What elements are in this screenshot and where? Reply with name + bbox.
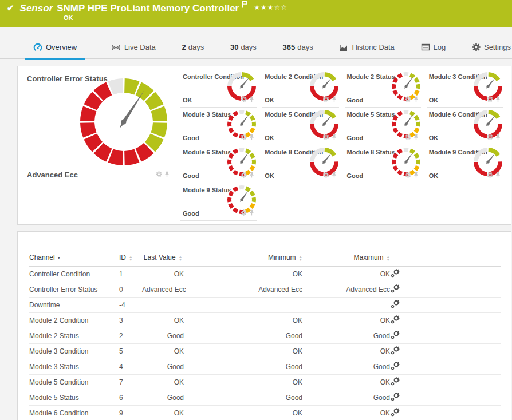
channel-name-link[interactable]: Module 3 Condition [29, 343, 119, 359]
channel-name-link[interactable]: Controller Error Status [29, 282, 119, 297]
sensor-status-text: OK [64, 14, 506, 21]
gauge-pin-icon[interactable] [413, 132, 419, 142]
column-header-id[interactable]: ID▲▼ [119, 249, 142, 266]
channel-name-link[interactable]: Module 3 Status [29, 359, 119, 374]
channel-settings-icon[interactable] [390, 379, 400, 387]
tab-30-days[interactable]: 30days [230, 36, 257, 59]
gauge-value: Good [347, 172, 364, 179]
star-icon[interactable]: ★ [254, 3, 261, 11]
gauge-settings-gear-icon[interactable] [487, 94, 493, 105]
gauge-settings-gear-icon[interactable] [405, 94, 411, 105]
tab-2-days[interactable]: 2days [182, 36, 204, 59]
maximum-value [302, 297, 390, 312]
priority-stars[interactable]: ★★★☆☆ [254, 3, 287, 11]
gauge-pin-icon[interactable] [249, 94, 255, 105]
gauge-pin-icon[interactable] [249, 208, 255, 218]
maximum-value: OK [302, 266, 390, 282]
table-row-module-2-status: Module 2 Status2GoodGoodGood [29, 328, 501, 343]
live-data-icon [111, 43, 121, 52]
gauge-pin-icon[interactable] [495, 132, 501, 142]
star-icon[interactable]: ☆ [274, 3, 281, 11]
channel-name-link[interactable]: Module 2 Condition [29, 312, 119, 328]
channel-settings-icon[interactable] [390, 318, 400, 326]
channel-name-link[interactable]: Module 5 Condition [29, 374, 119, 390]
channel-name-link[interactable]: Controller Condition [29, 266, 119, 282]
gauge-pin-icon[interactable] [413, 94, 419, 105]
gauge-cell-module-6-status[interactable]: Module 6 StatusGood [178, 145, 260, 183]
tab-log[interactable]: Log [421, 36, 446, 59]
channel-id: 5 [119, 343, 142, 359]
channel-settings-icon[interactable] [390, 410, 400, 418]
gauge-settings-gear-icon[interactable] [241, 94, 247, 105]
gauge-settings-gear-icon[interactable] [405, 170, 411, 180]
gauge-pin-icon[interactable] [249, 132, 255, 142]
gauge-pin-icon[interactable] [164, 169, 170, 180]
gauge-settings-gear-icon[interactable] [487, 132, 493, 142]
tab-live-data[interactable]: Live Data [111, 36, 156, 59]
tab-historic-data[interactable]: Historic Data [339, 36, 394, 59]
gauge-pin-icon[interactable] [331, 132, 337, 142]
column-header-last-value[interactable]: Last Value▲▼ [142, 249, 184, 266]
channel-settings-icon[interactable] [390, 333, 400, 341]
tab-bar: OverviewLive Data2days30days365daysHisto… [0, 36, 512, 59]
channel-name-link[interactable]: Module 5 Status [29, 390, 119, 405]
gauge-cell-module-5-condition[interactable]: Module 5 ConditionOK [260, 108, 342, 145]
gauge-pin-icon[interactable] [249, 170, 255, 180]
channel-settings-icon[interactable] [390, 395, 400, 403]
gauge-cell-module-8-condition[interactable]: Module 8 ConditionOK [260, 145, 342, 183]
channel-settings-icon[interactable] [390, 364, 400, 372]
gauge-value: Good [183, 210, 199, 217]
channel-name-link[interactable]: Downtime [29, 297, 119, 312]
gauge-cell-module-2-status[interactable]: Module 2 StatusGood [342, 70, 424, 108]
gauge-cell-module-3-status[interactable]: Module 3 StatusGood [178, 108, 260, 145]
gauge-cell-controller-error-status[interactable]: Controller Error Status Advanced Ecc [22, 70, 178, 183]
channel-settings-icon[interactable] [390, 287, 400, 295]
column-header-minimum[interactable]: Minimum▲▼ [184, 249, 302, 266]
gauge-settings-gear-icon[interactable] [323, 132, 329, 142]
tab-settings[interactable]: Settings [472, 36, 511, 59]
gauge-cell-module-3-condition[interactable]: Module 3 ConditionOK [424, 70, 506, 108]
gauge-settings-gear-icon[interactable] [241, 132, 247, 142]
gauge-settings-gear-icon[interactable] [156, 169, 162, 180]
table-row-module-5-status: Module 5 Status6GoodGoodGood [29, 390, 501, 405]
star-icon[interactable]: ★ [261, 3, 267, 11]
channel-settings-icon[interactable] [390, 302, 400, 310]
gauge-pin-icon[interactable] [495, 94, 501, 105]
sort-icon: ▲▼ [129, 255, 132, 261]
gauge-settings-gear-icon[interactable] [323, 94, 329, 105]
gauge-settings-gear-icon[interactable] [405, 132, 411, 142]
gauge-title: Module 9 Status [183, 187, 231, 193]
channel-name-link[interactable]: Module 2 Status [29, 328, 119, 343]
log-icon [421, 43, 430, 51]
star-icon[interactable]: ★ [267, 3, 274, 11]
channel-settings-icon[interactable] [390, 271, 400, 279]
gauge-cell-module-5-status[interactable]: Module 5 StatusGood [342, 108, 424, 145]
tab-overview[interactable]: Overview [25, 36, 85, 59]
priority-flag-icon[interactable] [242, 0, 248, 10]
gauge-settings-gear-icon[interactable] [323, 170, 329, 180]
gauge-pin-icon[interactable] [331, 94, 337, 105]
gauge-cell-controller-condition[interactable]: Controller ConditionOK [178, 70, 260, 108]
tab-365-days[interactable]: 365days [283, 36, 313, 59]
gauge-pin-icon[interactable] [413, 170, 419, 180]
gauge-settings-gear-icon[interactable] [241, 170, 247, 180]
gauge-cell-module-2-condition[interactable]: Module 2 ConditionOK [260, 70, 342, 108]
gauge-cell-module-6-condition[interactable]: Module 6 ConditionOK [424, 108, 506, 145]
channel-id: 0 [119, 282, 142, 297]
gauge-settings-gear-icon[interactable] [241, 208, 247, 218]
gauge-cell-module-8-status[interactable]: Module 8 StatusGood [342, 145, 424, 183]
column-header-channel[interactable]: Channel▾ [29, 249, 119, 266]
channel-name-link[interactable]: Module 6 Condition [29, 405, 119, 420]
gauge-pin-icon[interactable] [331, 170, 337, 180]
minimum-value: Good [184, 390, 302, 405]
gauge-settings-gear-icon[interactable] [487, 170, 493, 180]
column-header-maximum[interactable]: Maximum▲▼ [302, 249, 390, 266]
channel-settings-icon[interactable] [390, 348, 400, 356]
channel-id: 4 [119, 359, 142, 374]
last-value: Advanced Ecc [142, 282, 184, 297]
gauge-cell-module-9-status[interactable]: Module 9 StatusGood [178, 183, 260, 221]
star-icon[interactable]: ☆ [281, 3, 287, 11]
sort-desc-icon: ▾ [58, 255, 60, 260]
gauge-cell-module-9-condition[interactable]: Module 9 ConditionOK [424, 145, 506, 183]
gauge-pin-icon[interactable] [495, 170, 501, 180]
